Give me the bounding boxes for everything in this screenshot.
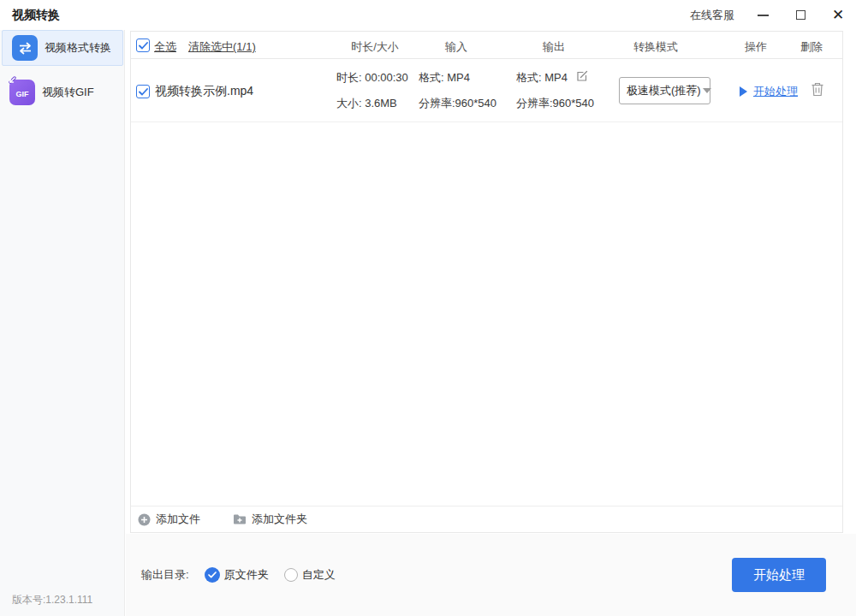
header-duration-size: 时长/大小 [351,39,399,55]
titlebar: 视频转换 在线客服 ✕ [0,0,856,30]
header-delete: 删除 [800,39,823,55]
row-output-format: 格式: MP4 [516,71,568,84]
mode-dropdown-value: 极速模式(推荐) [627,83,701,98]
minimize-icon [758,15,769,16]
clear-selected-link[interactable]: 清除选中(1/1) [188,39,256,55]
add-circle-icon [138,513,151,526]
row-output-resolution: 分辨率:960*540 [516,96,594,111]
row-checkbox[interactable] [136,85,150,98]
radio-selected-icon [205,567,220,583]
row-input-resolution: 分辨率:960*540 [419,96,496,111]
footer-bar: 输出目录: 原文件夹 自定义 开始处理 [126,534,856,616]
edit-icon [576,70,588,82]
output-dir-group: 输出目录: 原文件夹 自定义 [141,567,336,583]
maximize-button[interactable] [791,6,810,25]
gif-icon-label: GIF [16,90,29,98]
radio-custom-label: 自定义 [302,567,336,583]
output-dir-label: 输出目录: [141,567,189,583]
sidebar-item-label: 视频转GIF [42,85,94,100]
sidebar-item-video-format-convert[interactable]: 视频格式转换 [2,30,123,66]
trash-icon [811,82,824,97]
row-filename: 视频转换示例.mp4 [155,84,253,99]
app-window: 视频转换 在线客服 ✕ 视频格式转换 [0,0,856,616]
sidebar: 视频格式转换 GIF 视频转GIF 版本号:1.23.1.111 [0,30,125,616]
add-folder-label: 添加文件夹 [252,512,307,527]
row-output-format-wrap: 格式: MP4 [516,70,588,86]
list-header: 全选 清除选中(1/1) 时长/大小 输入 输出 转换模式 操作 删除 [131,32,842,59]
delete-row-button[interactable] [811,82,824,99]
online-service-link[interactable]: 在线客服 [690,8,734,23]
header-output: 输出 [543,39,565,55]
gif-arrow-icon [7,76,17,89]
header-input: 输入 [445,39,467,55]
sidebar-item-video-to-gif[interactable]: GIF 视频转GIF [0,74,124,110]
radio-original-folder[interactable]: 原文件夹 [205,567,269,583]
header-mode: 转换模式 [633,39,678,55]
radio-original-label: 原文件夹 [224,567,269,583]
add-file-label: 添加文件 [156,512,200,527]
row-input-format: 格式: MP4 [419,70,470,86]
version-text: 版本号:1.23.1.111 [12,593,92,607]
row-duration: 时长: 00:00:30 [336,70,408,86]
empty-list-area [131,122,842,506]
start-processing-button[interactable]: 开始处理 [732,558,826,592]
row-start-link: 开始处理 [753,84,798,99]
swap-icon [12,35,38,61]
add-file-button[interactable]: 添加文件 [138,512,200,527]
caret-down-icon [703,88,711,93]
app-title: 视频转换 [12,8,60,23]
select-all-link[interactable]: 全选 [154,39,176,55]
minimize-button[interactable] [753,6,772,25]
select-all-checkbox[interactable] [136,38,150,52]
row-size: 大小: 3.6MB [336,96,397,111]
check-icon [139,88,148,96]
maximize-icon [796,10,805,20]
mode-dropdown[interactable]: 极速模式(推荐) [619,77,710,104]
radio-unselected-icon [284,568,298,582]
close-icon: ✕ [832,8,844,22]
check-icon [139,42,148,50]
row-start-processing[interactable]: 开始处理 [740,84,798,99]
play-icon [740,86,747,97]
table-row: 视频转换示例.mp4 时长: 00:00:30 大小: 3.6MB 格式: MP… [131,59,842,122]
window-controls: 在线客服 ✕ [690,0,847,30]
file-list-panel: 全选 清除选中(1/1) 时长/大小 输入 输出 转换模式 操作 删除 视频转换… [130,31,843,533]
radio-custom[interactable]: 自定义 [284,567,336,583]
add-row: 添加文件 添加文件夹 [131,506,842,532]
sidebar-item-label: 视频格式转换 [45,40,111,56]
edit-output-button[interactable] [576,70,588,85]
close-button[interactable]: ✕ [829,6,847,25]
gif-icon: GIF [9,80,35,105]
header-action: 操作 [745,39,767,55]
add-folder-icon [233,513,247,525]
add-folder-button[interactable]: 添加文件夹 [233,512,307,527]
